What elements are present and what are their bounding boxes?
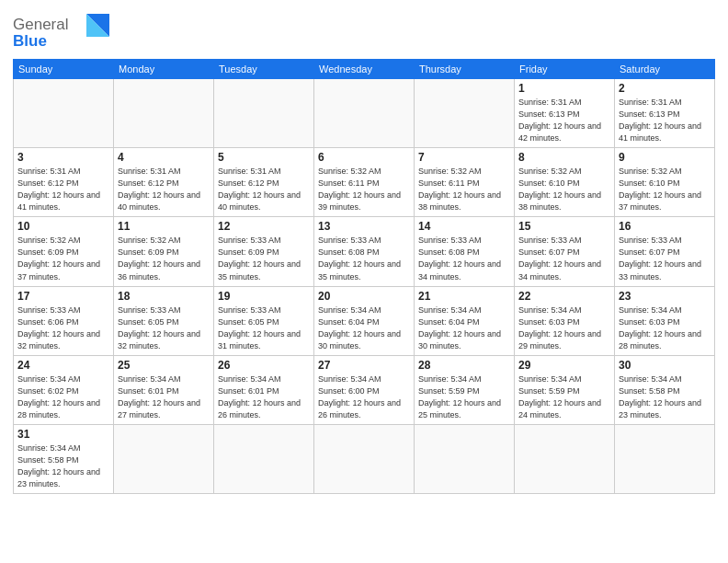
calendar-cell: 11Sunrise: 5:32 AM Sunset: 6:09 PM Dayli… [114,217,214,286]
day-number: 12 [218,220,310,233]
calendar-cell [415,79,515,148]
day-info: Sunrise: 5:33 AM Sunset: 6:07 PM Dayligh… [619,235,711,282]
calendar-cell: 22Sunrise: 5:34 AM Sunset: 6:03 PM Dayli… [515,286,615,355]
calendar-cell: 23Sunrise: 5:34 AM Sunset: 6:03 PM Dayli… [615,286,715,355]
day-number: 8 [518,151,610,164]
day-info: Sunrise: 5:32 AM Sunset: 6:09 PM Dayligh… [17,235,109,282]
calendar-cell: 21Sunrise: 5:34 AM Sunset: 6:04 PM Dayli… [415,286,515,355]
day-info: Sunrise: 5:31 AM Sunset: 6:13 PM Dayligh… [619,97,711,144]
calendar-cell: 14Sunrise: 5:33 AM Sunset: 6:08 PM Dayli… [415,217,515,286]
day-number: 18 [118,290,210,303]
day-number: 31 [17,428,109,441]
page: General Blue SundayMondayTuesdayWednesda… [0,0,728,563]
weekday-header-monday: Monday [114,60,214,79]
header: General Blue [13,9,715,53]
day-number: 13 [318,220,410,233]
calendar-cell [114,79,214,148]
day-number: 25 [118,359,210,372]
calendar-cell [14,79,114,148]
calendar-cell: 15Sunrise: 5:33 AM Sunset: 6:07 PM Dayli… [515,217,615,286]
weekday-header-tuesday: Tuesday [214,60,314,79]
day-info: Sunrise: 5:32 AM Sunset: 6:11 PM Dayligh… [418,166,510,213]
weekday-header-sunday: Sunday [14,60,114,79]
calendar-cell: 24Sunrise: 5:34 AM Sunset: 6:02 PM Dayli… [14,355,114,424]
calendar-cell: 10Sunrise: 5:32 AM Sunset: 6:09 PM Dayli… [14,217,114,286]
calendar-cell: 20Sunrise: 5:34 AM Sunset: 6:04 PM Dayli… [314,286,415,355]
calendar-cell [515,424,615,493]
day-number: 10 [17,220,109,233]
day-info: Sunrise: 5:34 AM Sunset: 6:04 PM Dayligh… [418,304,510,352]
day-info: Sunrise: 5:34 AM Sunset: 6:00 PM Dayligh… [318,373,410,421]
svg-text:Blue: Blue [13,32,47,50]
day-number: 28 [418,359,510,372]
day-info: Sunrise: 5:34 AM Sunset: 6:02 PM Dayligh… [17,373,109,421]
week-row-2: 10Sunrise: 5:32 AM Sunset: 6:09 PM Dayli… [14,217,715,286]
week-row-0: 1Sunrise: 5:31 AM Sunset: 6:13 PM Daylig… [14,79,715,148]
day-info: Sunrise: 5:32 AM Sunset: 6:10 PM Dayligh… [518,166,610,213]
day-info: Sunrise: 5:34 AM Sunset: 6:04 PM Dayligh… [318,304,410,352]
day-number: 22 [518,290,610,303]
calendar-cell [314,424,415,493]
calendar-cell [314,79,415,148]
day-info: Sunrise: 5:34 AM Sunset: 6:01 PM Dayligh… [218,373,310,421]
day-info: Sunrise: 5:34 AM Sunset: 5:58 PM Dayligh… [619,373,711,421]
calendar-cell: 3Sunrise: 5:31 AM Sunset: 6:12 PM Daylig… [14,148,114,217]
day-number: 21 [418,290,510,303]
calendar-cell: 17Sunrise: 5:33 AM Sunset: 6:06 PM Dayli… [14,286,114,355]
day-info: Sunrise: 5:31 AM Sunset: 6:12 PM Dayligh… [218,166,310,213]
calendar-cell: 29Sunrise: 5:34 AM Sunset: 5:59 PM Dayli… [515,355,615,424]
week-row-3: 17Sunrise: 5:33 AM Sunset: 6:06 PM Dayli… [14,286,715,355]
calendar-cell: 13Sunrise: 5:33 AM Sunset: 6:08 PM Dayli… [314,217,415,286]
day-info: Sunrise: 5:31 AM Sunset: 6:12 PM Dayligh… [118,166,210,213]
calendar-cell: 18Sunrise: 5:33 AM Sunset: 6:05 PM Dayli… [114,286,214,355]
week-row-5: 31Sunrise: 5:34 AM Sunset: 5:58 PM Dayli… [14,424,715,493]
week-row-4: 24Sunrise: 5:34 AM Sunset: 6:02 PM Dayli… [14,355,715,424]
day-info: Sunrise: 5:34 AM Sunset: 6:03 PM Dayligh… [518,304,610,352]
day-info: Sunrise: 5:34 AM Sunset: 5:59 PM Dayligh… [518,373,610,421]
day-info: Sunrise: 5:33 AM Sunset: 6:08 PM Dayligh… [318,235,410,282]
calendar-cell: 1Sunrise: 5:31 AM Sunset: 6:13 PM Daylig… [515,79,615,148]
day-number: 2 [619,82,711,95]
day-info: Sunrise: 5:33 AM Sunset: 6:06 PM Dayligh… [17,304,109,352]
calendar-cell: 9Sunrise: 5:32 AM Sunset: 6:10 PM Daylig… [615,148,715,217]
calendar-cell: 5Sunrise: 5:31 AM Sunset: 6:12 PM Daylig… [214,148,314,217]
day-number: 7 [418,151,510,164]
calendar-cell: 25Sunrise: 5:34 AM Sunset: 6:01 PM Dayli… [114,355,214,424]
calendar-cell [214,79,314,148]
calendar-cell: 31Sunrise: 5:34 AM Sunset: 5:58 PM Dayli… [14,424,114,493]
calendar: SundayMondayTuesdayWednesdayThursdayFrid… [13,59,715,494]
day-number: 27 [318,359,410,372]
day-number: 3 [17,151,109,164]
day-number: 15 [518,220,610,233]
day-info: Sunrise: 5:33 AM Sunset: 6:07 PM Dayligh… [518,235,610,282]
day-number: 6 [318,151,410,164]
day-number: 17 [17,290,109,303]
calendar-cell [114,424,214,493]
weekday-header-thursday: Thursday [415,60,515,79]
weekday-header-row: SundayMondayTuesdayWednesdayThursdayFrid… [14,60,715,79]
day-number: 14 [418,220,510,233]
calendar-cell: 26Sunrise: 5:34 AM Sunset: 6:01 PM Dayli… [214,355,314,424]
calendar-cell: 16Sunrise: 5:33 AM Sunset: 6:07 PM Dayli… [615,217,715,286]
day-info: Sunrise: 5:31 AM Sunset: 6:13 PM Dayligh… [518,97,610,144]
day-number: 1 [518,82,610,95]
calendar-cell: 19Sunrise: 5:33 AM Sunset: 6:05 PM Dayli… [214,286,314,355]
calendar-cell: 8Sunrise: 5:32 AM Sunset: 6:10 PM Daylig… [515,148,615,217]
calendar-cell: 30Sunrise: 5:34 AM Sunset: 5:58 PM Dayli… [615,355,715,424]
calendar-cell: 7Sunrise: 5:32 AM Sunset: 6:11 PM Daylig… [415,148,515,217]
day-info: Sunrise: 5:33 AM Sunset: 6:05 PM Dayligh… [118,304,210,352]
day-info: Sunrise: 5:33 AM Sunset: 6:09 PM Dayligh… [218,235,310,282]
day-number: 30 [619,359,711,372]
weekday-header-saturday: Saturday [615,60,715,79]
day-number: 9 [619,151,711,164]
calendar-cell [415,424,515,493]
calendar-cell: 27Sunrise: 5:34 AM Sunset: 6:00 PM Dayli… [314,355,415,424]
day-number: 5 [218,151,310,164]
day-info: Sunrise: 5:33 AM Sunset: 6:08 PM Dayligh… [418,235,510,282]
day-number: 23 [619,290,711,303]
weekday-header-friday: Friday [515,60,615,79]
day-number: 19 [218,290,310,303]
logo-svg: General Blue [13,9,109,50]
day-number: 11 [118,220,210,233]
calendar-cell: 4Sunrise: 5:31 AM Sunset: 6:12 PM Daylig… [114,148,214,217]
